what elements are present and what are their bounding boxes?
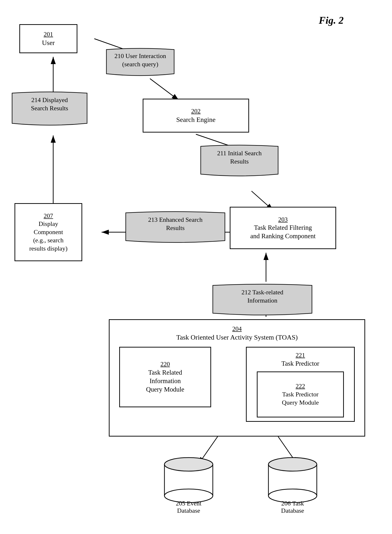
task-predictor-query-ref: 222 [296, 382, 305, 390]
fig-title: Fig. 2 [319, 15, 344, 26]
event-db-cylinder [162, 455, 215, 503]
task-filtering-ref: 203 [278, 215, 288, 224]
task-related-info-ref: 212 [241, 289, 251, 296]
task-info-query-label: Task RelatedInformationQuery Module [146, 368, 184, 394]
task-filtering-box: 203 Task Related Filteringand Ranking Co… [230, 207, 336, 249]
task-predictor-ref: 221 [296, 351, 305, 359]
svg-point-18 [268, 458, 317, 471]
task-db-cylinder [266, 455, 319, 503]
task-db-ref: 206 [281, 500, 291, 507]
event-db-ref: 205 [176, 500, 185, 507]
svg-line-2 [150, 79, 179, 100]
toas-ref: 204 [232, 325, 242, 332]
task-filtering-label: Task Related Filteringand Ranking Compon… [250, 223, 316, 240]
enhanced-results-ribbon: 213 Enhanced SearchResults [123, 210, 227, 248]
svg-point-15 [164, 458, 213, 471]
display-component-box: 207 DisplayComponent(e.g., searchresults… [15, 203, 82, 261]
task-info-query-box: 220 Task RelatedInformationQuery Module [119, 347, 211, 407]
search-engine-ref: 202 [191, 107, 201, 115]
diagram: Fig. 2 [0, 0, 392, 534]
search-engine-label: Search Engine [176, 115, 216, 124]
displayed-results-ref: 214 [31, 96, 41, 104]
task-info-query-ref: 220 [161, 360, 170, 368]
arrows-overlay [0, 0, 392, 534]
displayed-results-ribbon: 214 DisplayedSearch Results [10, 91, 89, 131]
task-predictor-query-box: 222 Task PredictorQuery Module [257, 371, 344, 417]
event-db-container: 205 EventDatabase [157, 455, 220, 514]
task-predictor-label: Task Predictor [281, 359, 319, 368]
toas-label: Task Oriented User Activity System (TOAS… [176, 334, 298, 341]
search-engine-box: 202 Search Engine [143, 99, 249, 133]
task-db-container: 206 TaskDatabase [261, 455, 324, 514]
enhanced-results-ref: 213 [148, 216, 157, 223]
task-predictor-box: 221 Task Predictor 222 Task PredictorQue… [246, 347, 355, 422]
task-related-info-ribbon: 212 Task-relatedInformation [210, 283, 314, 320]
user-label: User [42, 38, 55, 47]
user-interaction-ribbon: 210 User Interaction(search query) [104, 47, 177, 81]
user-ref: 201 [44, 30, 53, 38]
task-predictor-query-label: Task PredictorQuery Module [282, 390, 319, 407]
display-component-ref: 207 [44, 212, 53, 220]
toas-box: 204 Task Oriented User Activity System (… [109, 319, 365, 437]
user-box: 201 User [19, 24, 77, 53]
initial-results-ref: 211 [217, 150, 226, 157]
display-component-label: DisplayComponent(e.g., searchresults dis… [29, 220, 67, 252]
user-interaction-ref: 210 [114, 52, 124, 59]
initial-results-ribbon: 211 Initial SearchResults [198, 144, 281, 181]
